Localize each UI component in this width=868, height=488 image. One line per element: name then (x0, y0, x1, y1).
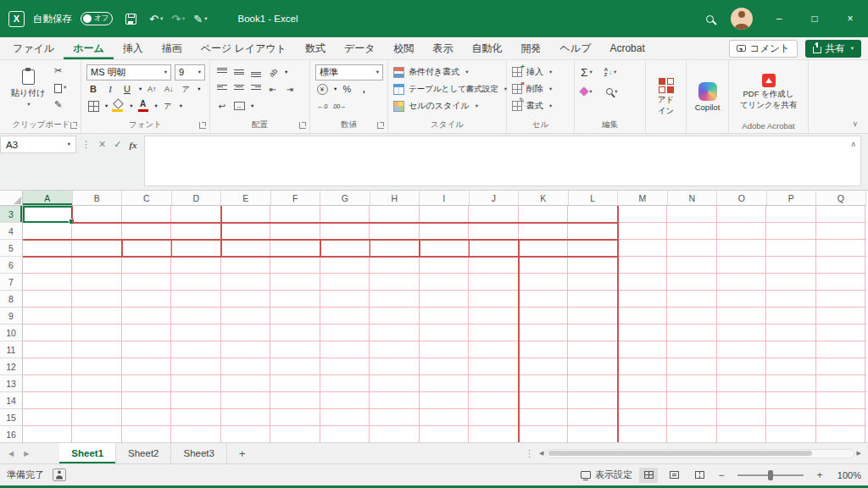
row-header-6[interactable]: 6 (0, 257, 22, 274)
wrap-text-button[interactable]: ↩ (215, 99, 229, 114)
collapse-ribbon-icon[interactable]: ∨ (852, 119, 858, 128)
column-header-M[interactable]: M (618, 191, 668, 205)
collapse-formula-bar-icon[interactable]: ∧ (850, 140, 856, 148)
copy-button[interactable]: ▾ (54, 82, 66, 93)
comments-button[interactable]: コメント (729, 40, 798, 58)
column-header-P[interactable]: P (767, 191, 817, 205)
addins-button[interactable]: アド イン (646, 64, 686, 130)
column-header-E[interactable]: E (221, 191, 271, 205)
zoom-in-button[interactable]: + (814, 469, 826, 481)
align-middle-button[interactable] (232, 65, 246, 80)
tab-ホーム[interactable]: ホーム (64, 37, 114, 59)
italic-button[interactable]: I (103, 82, 117, 97)
scroll-left-icon[interactable]: ◀ (539, 450, 543, 457)
page-layout-view-button[interactable] (665, 468, 683, 483)
scrollbar-thumb[interactable] (548, 451, 812, 456)
format-painter-icon[interactable]: ✎ (54, 99, 62, 110)
row-header-9[interactable]: 9 (0, 308, 22, 324)
dialog-launcher-icon[interactable] (70, 122, 77, 129)
column-header-O[interactable]: O (717, 191, 767, 205)
zoom-slider[interactable] (737, 474, 804, 476)
cell-styles-button[interactable]: セルのスタイル ▾ (393, 98, 503, 114)
cells-area[interactable] (23, 206, 866, 443)
tab-ファイル[interactable]: ファイル (3, 37, 64, 59)
conditional-formatting-button[interactable]: 条件付き書式 ▾ (393, 64, 503, 80)
enter-icon[interactable]: ✓ (114, 139, 121, 150)
column-header-J[interactable]: J (470, 191, 520, 205)
tab-ページ レイアウト[interactable]: ページ レイアウト (192, 37, 296, 59)
formula-input[interactable] (144, 136, 861, 186)
row-header-3[interactable]: 3 (0, 206, 22, 223)
normal-view-button[interactable] (639, 468, 658, 483)
minimize-button[interactable]: – (770, 13, 788, 25)
selected-cell[interactable] (23, 206, 73, 223)
create-pdf-button[interactable]: PDF を作成し てリンクを共有 (729, 64, 808, 119)
merge-center-button[interactable]: ↔ (232, 99, 246, 114)
underline-button[interactable]: U (120, 82, 134, 97)
insert-function-icon[interactable]: fx (129, 140, 136, 150)
column-header-B[interactable]: B (73, 191, 123, 205)
zoom-level[interactable]: 100% (832, 470, 861, 480)
prev-sheet-icon[interactable]: ◀ (8, 450, 14, 458)
row-header-14[interactable]: 14 (0, 392, 22, 409)
zoom-slider-thumb[interactable] (768, 470, 773, 480)
row-header-15[interactable]: 15 (0, 409, 22, 426)
delete-cells-button[interactable]: × 削除 ▾ (512, 81, 570, 97)
font-color-button[interactable]: A (136, 99, 150, 114)
font-family-combo[interactable]: MS 明朝▾ (86, 64, 171, 80)
dialog-launcher-icon[interactable] (199, 122, 206, 129)
autosave-toggle[interactable]: オフ (81, 12, 113, 25)
column-header-G[interactable]: G (320, 191, 370, 205)
align-center-button[interactable] (232, 82, 246, 97)
tab-ヘルプ[interactable]: ヘルプ (551, 37, 601, 59)
tab-校閲[interactable]: 校閲 (385, 37, 424, 59)
display-settings-button[interactable]: 表示設定 (581, 469, 632, 481)
format-as-table-button[interactable]: テーブルとして書式設定 ▾ (393, 81, 503, 97)
insert-cells-button[interactable]: + 挿入 ▾ (512, 64, 570, 80)
dialog-launcher-icon[interactable] (377, 122, 384, 129)
column-header-L[interactable]: L (569, 191, 619, 205)
dialog-launcher-icon[interactable] (299, 122, 306, 129)
copilot-button[interactable]: Copilot (687, 64, 728, 130)
sheet-tab-Sheet3[interactable]: Sheet3 (171, 443, 226, 463)
cut-icon[interactable]: ✂ (54, 65, 62, 76)
tab-自動化[interactable]: 自動化 (463, 37, 512, 59)
decrease-indent-button[interactable]: ⇤ (266, 82, 280, 97)
column-header-C[interactable]: C (122, 191, 172, 205)
tab-Acrobat[interactable]: Acrobat (600, 37, 654, 59)
search-icon[interactable] (706, 15, 714, 23)
bold-button[interactable]: B (86, 82, 100, 97)
tab-開発[interactable]: 開発 (512, 37, 551, 59)
row-header-16[interactable]: 16 (0, 426, 22, 443)
horizontal-scrollbar[interactable]: ◀ ▶ (539, 443, 868, 463)
percent-style-button[interactable]: % (340, 82, 353, 97)
account-avatar[interactable] (731, 8, 753, 30)
row-header-13[interactable]: 13 (0, 375, 22, 392)
row-header-10[interactable]: 10 (0, 324, 22, 341)
select-all-corner[interactable] (0, 191, 23, 206)
phonetic-guide-button[interactable]: ア (179, 82, 192, 97)
close-button[interactable]: × (841, 13, 860, 25)
fill-color-button[interactable] (111, 99, 125, 114)
autosum-button[interactable]: Σ▾ (580, 65, 593, 80)
format-cells-button[interactable]: ✎ 書式 ▾ (512, 98, 570, 114)
find-select-button[interactable]: ▾ (605, 85, 619, 99)
column-header-I[interactable]: I (420, 191, 470, 205)
sheet-tab-Sheet1[interactable]: Sheet1 (59, 443, 116, 463)
name-box[interactable]: A3 ▾ (0, 136, 76, 153)
orientation-button[interactable]: ab (263, 62, 282, 81)
scroll-right-icon[interactable]: ▶ (857, 450, 861, 457)
column-header-N[interactable]: N (668, 191, 718, 205)
splitter-handle-icon[interactable]: ⋮ (520, 443, 539, 463)
row-header-4[interactable]: 4 (0, 223, 22, 240)
clear-button[interactable]: ▾ (580, 85, 593, 99)
tab-数式[interactable]: 数式 (296, 37, 335, 59)
row-header-8[interactable]: 8 (0, 291, 22, 308)
row-header-5[interactable]: 5 (0, 240, 22, 257)
paste-button[interactable]: 貼り付け ▾ (8, 64, 47, 113)
row-header-12[interactable]: 12 (0, 358, 22, 375)
tab-描画[interactable]: 描画 (153, 37, 192, 59)
number-format-combo[interactable]: 標準▾ (315, 64, 383, 80)
sort-filter-button[interactable]: AZ↓▾ (604, 65, 617, 80)
cancel-icon[interactable]: ✕ (98, 139, 106, 150)
